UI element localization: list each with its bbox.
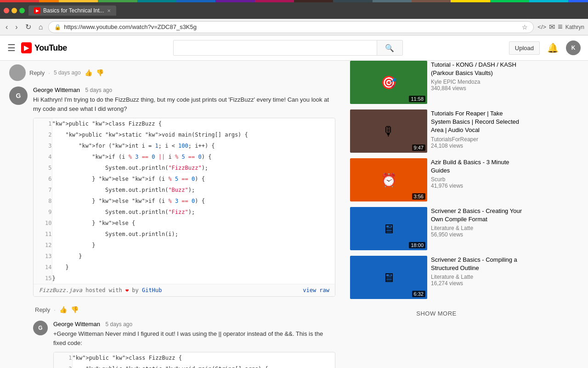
url-text: https://www.youtube.com/watch?v=ZDC87_s3… bbox=[64, 23, 519, 30]
sidebar-video-v3[interactable]: ⏰ 3:56 Azir Build & Basics - 3 Minute Gu… bbox=[350, 158, 523, 201]
sidebar-title-v2: Tutorials For Reaper | Take System Basic… bbox=[431, 109, 523, 135]
youtube-logo-icon: ▶ bbox=[21, 42, 32, 53]
upload-button[interactable]: Upload bbox=[509, 41, 540, 55]
comment-1-body: George Witteman 5 days ago Hi Kathryn! I… bbox=[33, 86, 335, 297]
user-avatar[interactable]: K bbox=[566, 40, 581, 55]
search-input[interactable] bbox=[174, 40, 377, 55]
comment-1-time: 5 days ago bbox=[85, 87, 113, 93]
code-block-2: 1"kw">public "kw">class FizzBuzz {2 "kw"… bbox=[53, 352, 335, 368]
code-line: } bbox=[52, 273, 335, 284]
code-line: "kw">public "kw">class FizzBuzz { bbox=[72, 352, 335, 363]
comment-2-nested: G George Witteman 5 days ago +George Wit… bbox=[33, 321, 335, 368]
browser-tab[interactable]: ▶ Basics for Technical Int... ✕ bbox=[28, 6, 116, 16]
duration-badge-v1: 11:58 bbox=[409, 96, 425, 102]
line-number: 11 bbox=[34, 229, 52, 240]
line-number: 15 bbox=[34, 273, 52, 284]
sidebar-channel-v5: Literature & Latte bbox=[431, 274, 523, 280]
thumb-icon: 🖥 bbox=[382, 221, 395, 236]
address-bar[interactable]: 🔒 https://www.youtube.com/watch?v=ZDC87_… bbox=[48, 21, 534, 33]
mail-icon[interactable]: ✉ bbox=[549, 23, 555, 31]
sidebar-title-v3: Azir Build & Basics - 3 Minute Guides bbox=[431, 158, 523, 175]
duration-badge-v4: 18:00 bbox=[409, 242, 425, 248]
code-line: System.out.println("Fizz"); bbox=[52, 207, 335, 218]
reload-button[interactable]: ↻ bbox=[23, 22, 33, 32]
line-number: 2 bbox=[54, 363, 72, 368]
sidebar-menu-button[interactable]: ☰ bbox=[7, 42, 16, 53]
sidebar-channel-v2: TutorialsForReaper bbox=[431, 136, 523, 143]
comment-2: G George Witteman 5 days ago +George Wit… bbox=[33, 321, 335, 368]
back-button[interactable]: ‹ bbox=[4, 22, 10, 32]
show-more-button[interactable]: SHOW MORE bbox=[350, 305, 523, 322]
line-number: 10 bbox=[34, 218, 52, 229]
minimize-dot[interactable] bbox=[11, 8, 17, 13]
comment-1: G George Witteman 5 days ago Hi Kathryn!… bbox=[9, 86, 335, 297]
thumbs-down-button-top[interactable]: 👎 bbox=[96, 69, 104, 76]
line-number: 1 bbox=[34, 118, 52, 129]
main-layout: Reply · 5 days ago 👍 👎 G George Witteman… bbox=[0, 61, 588, 368]
line-number: 7 bbox=[34, 184, 52, 196]
duration-badge-v2: 9:47 bbox=[412, 144, 425, 151]
sidebar-video-v5[interactable]: 🖥 6:32 Scrivener 2 Basics - Compiling a … bbox=[350, 256, 523, 299]
line-number: 9 bbox=[34, 207, 52, 218]
hosted-with-text: hosted with bbox=[85, 287, 122, 293]
code-line: "kw">public "kw">static "kw">void main(S… bbox=[52, 129, 335, 140]
thumbs-up-1[interactable]: 👍 bbox=[59, 306, 67, 313]
comment-1-avatar-letter: G bbox=[16, 92, 21, 99]
line-number: 4 bbox=[34, 151, 52, 162]
tab-title: Basics for Technical Int... bbox=[43, 7, 104, 14]
line-number: 8 bbox=[34, 196, 52, 207]
sidebar-video-v2[interactable]: 🎙 9:47 Tutorials For Reaper | Take Syste… bbox=[350, 109, 523, 153]
code-line: } "kw">else "kw">if (i % 5 == 0) { bbox=[52, 173, 335, 184]
line-number: 13 bbox=[34, 251, 52, 262]
comment-2-avatar-letter: G bbox=[38, 325, 42, 331]
tab-close-button[interactable]: ✕ bbox=[107, 8, 111, 13]
view-raw-link-1[interactable]: view raw bbox=[303, 287, 329, 293]
by-text: by bbox=[132, 287, 138, 293]
forward-button[interactable]: › bbox=[13, 22, 19, 32]
menu-icon[interactable]: ≡ bbox=[558, 22, 563, 32]
tab-favicon: ▶ bbox=[34, 7, 40, 14]
devtools-icon[interactable]: </> bbox=[537, 23, 546, 30]
code-line: System.out.println(i); bbox=[52, 229, 335, 240]
sidebar-info-v4: Scrivener 2 Basics - Creating Your Own C… bbox=[431, 207, 523, 250]
address-bar-row: ‹ › ↻ ⌂ 🔒 https://www.youtube.com/watch?… bbox=[0, 19, 588, 35]
thumb-icon: 🖥 bbox=[382, 270, 395, 285]
maximize-dot[interactable] bbox=[19, 8, 25, 13]
sidebar-channel-v1: Kyle EPIC Mendoza bbox=[431, 79, 523, 85]
comment-1-author[interactable]: George Witteman bbox=[33, 86, 80, 93]
lock-icon: 🔒 bbox=[54, 24, 61, 30]
notification-bell-icon[interactable]: 🔔 bbox=[547, 42, 559, 53]
thumbs-down-1[interactable]: 👎 bbox=[71, 306, 79, 313]
reply-action-row-top: Reply · 5 days ago 👍 👎 bbox=[9, 61, 335, 86]
search-button[interactable]: 🔍 bbox=[377, 40, 402, 55]
comment-2-author[interactable]: George Witteman bbox=[53, 321, 100, 328]
sidebar-views-v2: 24,108 views bbox=[431, 143, 523, 149]
home-button[interactable]: ⌂ bbox=[37, 22, 45, 32]
code-line: } "kw">else { bbox=[52, 218, 335, 229]
youtube-logo[interactable]: ▶ YouTube bbox=[21, 42, 67, 53]
bookmark-icon[interactable]: ☆ bbox=[522, 23, 528, 31]
code-filename-1: FizzBuzz.java hosted with ❤ by GitHub bbox=[39, 287, 162, 293]
comment-1-avatar: G bbox=[9, 86, 28, 105]
sidebar-thumb-v1: 🎯 11:58 bbox=[350, 61, 427, 104]
sidebar-views-v5: 16,274 views bbox=[431, 280, 523, 287]
close-dot[interactable] bbox=[4, 8, 9, 13]
comment-2-avatar: G bbox=[33, 321, 48, 335]
youtube-logo-text: YouTube bbox=[34, 43, 67, 53]
sidebar-info-v1: Tutorial - KONG / DASH / KASH (Parkour B… bbox=[431, 61, 523, 104]
sidebar-info-v5: Scrivener 2 Basics - Compiling a Structu… bbox=[431, 256, 523, 299]
sidebar-video-v1[interactable]: 🎯 11:58 Tutorial - KONG / DASH / KASH (P… bbox=[350, 61, 523, 104]
sidebar-thumb-v2: 🎙 9:47 bbox=[350, 109, 427, 153]
thumb-icon: 🎙 bbox=[382, 124, 395, 139]
thumb-icon: 🎯 bbox=[381, 75, 397, 90]
github-link[interactable]: GitHub bbox=[142, 287, 162, 293]
user-name: Kathryn bbox=[565, 24, 584, 30]
sidebar-title-v4: Scrivener 2 Basics - Creating Your Own C… bbox=[431, 207, 523, 224]
comments-section: Reply · 5 days ago 👍 👎 G George Witteman… bbox=[0, 61, 345, 368]
sidebar-video-v4[interactable]: 🖥 18:00 Scrivener 2 Basics - Creating Yo… bbox=[350, 207, 523, 250]
reply-button-1[interactable]: Reply bbox=[35, 306, 50, 313]
thumbs-up-button-top[interactable]: 👍 bbox=[85, 69, 92, 76]
sidebar-views-v3: 41,976 views bbox=[431, 183, 523, 189]
reply-button-top[interactable]: Reply bbox=[29, 69, 45, 76]
reply-action-row-1: Reply · 👍 👎 bbox=[9, 304, 335, 321]
